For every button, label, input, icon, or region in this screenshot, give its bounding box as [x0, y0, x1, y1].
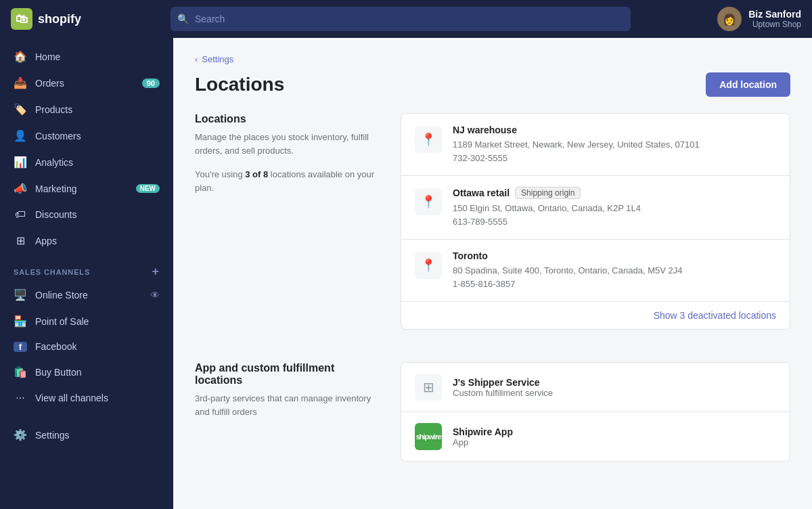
- sidebar-item-view-all-channels[interactable]: ··· View all channels: [0, 385, 173, 411]
- search-input[interactable]: [171, 7, 631, 31]
- app-subtitle-shipwire: App: [453, 437, 513, 447]
- sidebar-item-buy-button[interactable]: 🛍️ Buy Button: [0, 359, 173, 385]
- location-details-ottawa-retail: Ottawa retail Shipping origin 150 Elgin …: [453, 187, 776, 228]
- location-icon-nj-warehouse: 📍: [415, 126, 442, 153]
- locations-left-col: Locations Manage the places you stock in…: [195, 113, 384, 346]
- icon-buy-button: 🛍️: [14, 366, 27, 378]
- badge-new-marketing: New: [136, 184, 160, 193]
- sidebar-item-discounts[interactable]: 🏷 Discounts: [0, 202, 173, 227]
- loc-name-nj-warehouse: NJ warehouse: [453, 125, 517, 135]
- search-icon: 🔍: [177, 14, 189, 24]
- avatar: 👩: [717, 7, 742, 31]
- badge-orders: 90: [142, 79, 160, 88]
- locations-section: Locations Manage the places you stock in…: [195, 113, 790, 346]
- label-orders: Orders: [35, 78, 134, 89]
- content-area: ‹ Settings Locations Add location Locati…: [173, 38, 812, 509]
- loc-name-toronto: Toronto: [453, 250, 488, 261]
- sidebar-item-analytics[interactable]: 📊 Analytics: [0, 149, 173, 175]
- loc-address-nj-warehouse: 1189 Market Street, Newark, New Jersey, …: [453, 138, 776, 164]
- sidebar-item-settings[interactable]: ⚙️ Settings: [0, 422, 173, 448]
- sidebar-item-apps[interactable]: ⊞ Apps: [0, 227, 173, 254]
- location-details-nj-warehouse: NJ warehouse 1189 Market Street, Newark,…: [453, 125, 776, 164]
- page-title-row: Locations Add location: [195, 72, 790, 97]
- settings-icon: ⚙️: [14, 428, 27, 441]
- app-section-title: App and custom fulfillment locations: [195, 362, 384, 386]
- ellipsis-icon: ···: [14, 392, 27, 404]
- add-location-button[interactable]: Add location: [706, 72, 790, 97]
- sidebar: 🏠 Home 📥 Orders 90 🏷️ Products 👤 Custome…: [0, 38, 173, 509]
- loc-address-toronto: 80 Spadina, Suite 400, Toronto, Ontario,…: [453, 264, 776, 290]
- icon-home: 🏠: [14, 50, 27, 63]
- icon-orders: 📥: [14, 76, 27, 89]
- label-analytics: Analytics: [35, 157, 160, 168]
- app-card-group: ⊞ J's Shipper Service Custom fulfillment…: [401, 362, 790, 462]
- loc-name-row-nj-warehouse: NJ warehouse: [453, 125, 776, 135]
- icon-products: 🏷️: [14, 103, 27, 116]
- app-icon-js-shipper: ⊞: [415, 374, 442, 401]
- app-name-shipwire: Shipwire App: [453, 426, 513, 437]
- locations-card-group: 📍 NJ warehouse 1189 Market Street, Newar…: [401, 113, 790, 330]
- sidebar-item-facebook[interactable]: f Facebook: [0, 334, 173, 359]
- logo-text: shopify: [38, 12, 81, 26]
- location-item-toronto[interactable]: 📍 Toronto 80 Spadina, Suite 400, Toronto…: [401, 240, 790, 301]
- icon-discounts: 🏷: [14, 208, 27, 221]
- app-icon-shipwire: shipwire: [415, 423, 442, 450]
- location-icon-ottawa-retail: 📍: [415, 188, 442, 215]
- sales-channels-label: SALES CHANNELS: [14, 268, 90, 276]
- sidebar-item-products[interactable]: 🏷️ Products: [0, 96, 173, 123]
- loc-name-row-toronto: Toronto: [453, 250, 776, 261]
- icon-facebook: f: [14, 342, 27, 352]
- icon-customers: 👤: [14, 129, 27, 142]
- locations-right-col: 📍 NJ warehouse 1189 Market Street, Newar…: [401, 113, 790, 346]
- icon-online-store: 🖥️: [14, 288, 27, 301]
- settings-label: Settings: [35, 430, 160, 441]
- app-item-shipwire[interactable]: shipwire Shipwire App App: [401, 412, 790, 461]
- app-left-col: App and custom fulfillment locations 3rd…: [195, 362, 384, 478]
- locations-section-title: Locations: [195, 113, 384, 125]
- location-details-toronto: Toronto 80 Spadina, Suite 400, Toronto, …: [453, 250, 776, 290]
- sidebar-item-online-store[interactable]: 🖥️ Online Store 👁: [0, 282, 173, 308]
- icon-pos: 🏪: [14, 315, 27, 328]
- sidebar-item-home[interactable]: 🏠 Home: [0, 43, 173, 70]
- sidebar-item-marketing[interactable]: 📣 Marketing New: [0, 175, 173, 202]
- locations-usage-text: You're using 3 of 8 locations available …: [195, 168, 384, 194]
- label-apps: Apps: [35, 236, 160, 246]
- location-item-ottawa-retail[interactable]: 📍 Ottawa retail Shipping origin 150 Elgi…: [401, 176, 790, 240]
- loc-address-ottawa-retail: 150 Elgin St, Ottawa, Ontario, Canada, K…: [453, 202, 776, 228]
- search-bar: 🔍: [171, 7, 631, 31]
- user-shop: Uptown Shop: [748, 20, 801, 29]
- user-info: Biz Sanford Uptown Shop: [748, 9, 801, 29]
- label-buy-button: Buy Button: [35, 367, 160, 378]
- breadcrumb-chevron: ‹: [195, 54, 198, 64]
- location-icon-toronto: 📍: [415, 252, 442, 279]
- app-item-js-shipper[interactable]: ⊞ J's Shipper Service Custom fulfillment…: [401, 363, 790, 412]
- app-section-desc: 3rd-party services that can manage inven…: [195, 392, 384, 418]
- breadcrumb[interactable]: ‹ Settings: [195, 54, 790, 64]
- top-header: 🛍 shopify 🔍 👩 Biz Sanford Uptown Shop: [0, 0, 812, 38]
- label-facebook: Facebook: [35, 341, 160, 352]
- sidebar-item-customers[interactable]: 👤 Customers: [0, 123, 173, 149]
- app-right-col: ⊞ J's Shipper Service Custom fulfillment…: [401, 362, 790, 478]
- app-details-js-shipper: J's Shipper Service Custom fulfillment s…: [453, 377, 553, 398]
- loc-name-ottawa-retail: Ottawa retail: [453, 187, 510, 198]
- icon-marketing: 📣: [14, 182, 27, 195]
- sidebar-item-orders[interactable]: 📥 Orders 90: [0, 70, 173, 96]
- show-deactivated-link[interactable]: Show 3 deactivated locations: [401, 301, 790, 329]
- app-fulfillment-section: App and custom fulfillment locations 3rd…: [195, 362, 790, 478]
- sales-channels-header: SALES CHANNELS +: [0, 254, 173, 282]
- locations-section-desc: Manage the places you stock inventory, f…: [195, 131, 384, 157]
- location-item-nj-warehouse[interactable]: 📍 NJ warehouse 1189 Market Street, Newar…: [401, 114, 790, 176]
- add-sales-channel-button[interactable]: +: [152, 265, 160, 279]
- app-name-js-shipper: J's Shipper Service: [453, 377, 553, 388]
- label-customers: Customers: [35, 131, 160, 141]
- sidebar-item-pos[interactable]: 🏪 Point of Sale: [0, 308, 173, 334]
- loc-name-row-ottawa-retail: Ottawa retail Shipping origin: [453, 187, 776, 199]
- label-discounts: Discounts: [35, 209, 160, 220]
- page-title: Locations: [195, 74, 284, 95]
- label-products: Products: [35, 104, 160, 115]
- eye-icon-online-store[interactable]: 👁: [150, 290, 160, 301]
- breadcrumb-text: Settings: [202, 54, 233, 64]
- logo-area: 🛍 shopify: [11, 8, 160, 30]
- shopify-logo-icon: 🛍: [11, 8, 32, 30]
- label-marketing: Marketing: [35, 183, 128, 194]
